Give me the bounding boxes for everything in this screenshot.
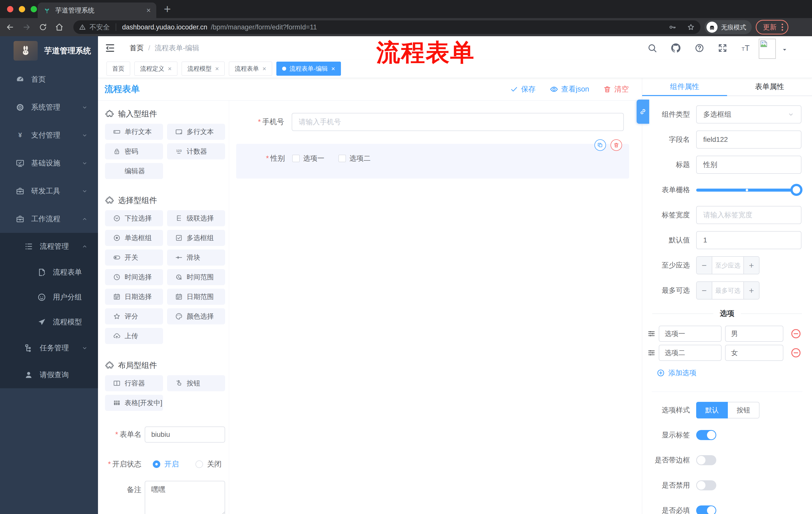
view-json-button[interactable]: 查看json [550,84,589,94]
decrement-button[interactable]: − [697,282,712,299]
drag-handle-icon[interactable] [647,329,656,338]
checkbox-option-1[interactable] [292,155,300,162]
collapse-sidebar-icon[interactable] [105,43,116,54]
palette-item-时间范围[interactable]: 时间范围 [167,269,225,285]
browser-menu-icon[interactable] [782,24,783,31]
add-option-button[interactable]: 添加选项 [657,369,812,377]
palette-item-按钮[interactable]: 按钮 [167,375,225,391]
password-key-icon[interactable] [668,23,676,31]
page-tag-流程定义[interactable]: 流程定义× [135,62,177,76]
page-tag-流程表单[interactable]: 流程表单× [229,62,272,76]
option-label-input[interactable]: 选项一 [659,326,722,342]
help-icon[interactable] [694,43,704,53]
palette-item-多选框组[interactable]: 多选框组 [167,230,225,246]
option-label-input[interactable]: 选项二 [659,345,722,361]
palette-item-开关[interactable]: 开关 [105,249,163,266]
form-name-input[interactable]: biubiu [145,427,225,442]
sidebar-item-流程表单[interactable]: 流程表单 [0,260,98,285]
url-bar[interactable]: 不安全 dashboard.yudao.iocoder.cn/bpm/manag… [74,20,700,34]
phone-input[interactable]: 请输入手机号 [292,113,624,131]
palette-item-滑块[interactable]: 滑块 [167,249,225,266]
slider-track[interactable] [696,189,802,192]
sidebar-item-研发工具[interactable]: 研发工具 [0,177,98,205]
back-icon[interactable] [5,23,14,32]
toggle-是否禁用[interactable] [696,480,716,490]
home-icon[interactable] [55,23,64,32]
palette-item-上传[interactable]: 上传 [105,328,163,344]
github-icon[interactable] [670,43,682,54]
save-button[interactable]: 保存 [510,84,535,94]
reload-icon[interactable] [39,23,47,31]
palette-item-日期范围[interactable]: 日期范围 [167,289,225,305]
checkbox-option-2[interactable] [339,155,346,162]
sidebar-item-流程管理[interactable]: 流程管理 [0,233,98,260]
new-tab-button[interactable]: + [164,2,171,16]
toggle-是否必填[interactable] [696,506,716,514]
page-tag-首页[interactable]: 首页 [107,62,130,76]
sidebar-item-用户分组[interactable]: 用户分组 [0,285,98,309]
palette-item-时间选择[interactable]: 时间选择 [105,269,163,285]
window-controls[interactable] [7,6,37,12]
sidebar-item-任务管理[interactable]: 任务管理 [0,334,98,361]
phone-field-row[interactable]: *手机号 请输入手机号 [229,113,624,131]
status-radio-off[interactable]: 关闭 [196,459,222,469]
font-size-icon[interactable]: TT [741,43,752,54]
avatar[interactable] [759,39,776,59]
label-width-input[interactable]: 请输入标签宽度 [696,206,802,224]
copy-component-button[interactable] [594,139,606,151]
palette-item-编辑器[interactable]: 编辑器 [105,163,163,179]
sidebar-item-基础设施[interactable]: 基础设施 [0,149,98,177]
decrement-button[interactable]: − [697,257,712,274]
palette-item-日期选择[interactable]: 日期选择 [105,289,163,305]
remove-option-icon[interactable] [790,328,802,339]
selected-component-panel[interactable]: *性别 选项一 选项二 [236,144,629,179]
toggle-是否带边框[interactable] [696,455,716,465]
form-grid-slider[interactable] [696,181,802,199]
palette-item-下拉选择[interactable]: 下拉选择 [105,210,163,226]
close-tag-icon[interactable]: × [262,65,266,72]
sidebar-item-流程模型[interactable]: 流程模型 [0,309,98,334]
page-tag-流程表单-编辑[interactable]: 流程表单-编辑× [277,62,341,76]
palette-item-多行文本[interactable]: 多行文本 [167,124,225,140]
palette-item-计数器[interactable]: 123计数器 [167,143,225,159]
max-select-value[interactable]: 最多可选 [712,282,744,299]
status-radio-on[interactable]: 开启 [153,459,179,469]
sidebar-item-系统管理[interactable]: 系统管理 [0,93,98,121]
panel-link-tab[interactable] [637,100,649,124]
palette-item-行容器[interactable]: 行容器 [105,375,163,391]
browser-tab[interactable]: 芋道管理系统 × [38,2,156,18]
close-tab-icon[interactable]: × [146,6,151,14]
form-remark-textarea[interactable]: 嘿嘿 [145,481,225,514]
min-select-value[interactable]: 至少应选 [712,257,744,274]
field-name-input[interactable]: field122 [696,131,802,148]
bookmark-star-icon[interactable] [687,23,695,31]
style-default-button[interactable]: 默认 [696,402,728,418]
toggle-显示标签[interactable] [696,430,716,440]
minimize-window-button[interactable] [19,6,25,12]
default-value-input[interactable]: 1 [696,231,802,249]
fullscreen-icon[interactable] [718,43,728,53]
update-button[interactable]: 更新 [756,20,788,34]
tab-component-props[interactable]: 组件属性 [642,78,727,96]
forward-icon[interactable] [22,23,31,32]
title-input[interactable]: 性别 [696,156,802,174]
drag-handle-icon[interactable] [647,349,656,357]
style-button-button[interactable]: 按钮 [728,402,759,418]
palette-item-颜色选择[interactable]: 颜色选择 [167,308,225,324]
palette-item-密码[interactable]: 密码 [105,143,163,159]
palette-item-评分[interactable]: 评分 [105,308,163,324]
delete-component-button[interactable] [610,139,622,151]
increment-button[interactable]: + [744,257,759,274]
palette-item-单选框组[interactable]: 单选框组 [105,230,163,246]
user-menu-caret-icon[interactable] [781,47,788,53]
sidebar-item-支付管理[interactable]: ¥支付管理 [0,121,98,149]
tab-form-props[interactable]: 表单属性 [727,78,812,96]
sidebar-item-首页[interactable]: 首页 [0,65,98,93]
increment-button[interactable]: + [744,282,759,299]
close-tag-icon[interactable]: × [168,65,172,72]
clear-button[interactable]: 清空 [603,84,629,94]
remove-option-icon[interactable] [790,347,802,358]
sidebar-item-请假查询[interactable]: 请假查询 [0,361,98,388]
form-canvas[interactable]: *手机号 请输入手机号 *性别 选项一 选项二 [229,101,642,514]
palette-item-表格[开发中][interactable]: 表格[开发中] [105,395,163,411]
